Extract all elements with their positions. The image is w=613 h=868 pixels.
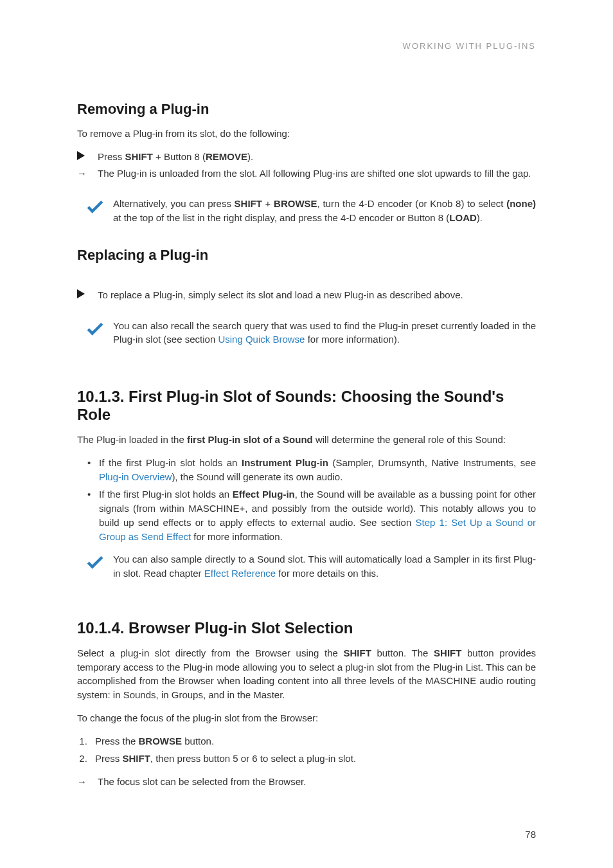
text: at the top of the list in the right disp…	[113, 212, 449, 223]
removing-result: The Plug-in is unloaded from the slot. A…	[98, 167, 536, 181]
text: ).	[247, 151, 253, 162]
text: , turn the 4-D encoder (or Knob 8) to se…	[317, 198, 507, 209]
kbd-shift: SHIFT	[343, 647, 371, 658]
role-tip: You can also sample directly to a Sound …	[113, 552, 536, 581]
text: If the first Plug-in slot holds an	[99, 457, 242, 468]
removing-tip: Alternatively, you can press SHIFT + BRO…	[113, 197, 536, 225]
replacing-tip: You can also recall the search query tha…	[113, 319, 536, 347]
text: ), the Sound will generate its own audio…	[172, 471, 342, 482]
kbd-shift: SHIFT	[434, 647, 461, 658]
text: (Sampler, Drumsynth, Native Instruments,…	[328, 457, 536, 468]
kbd-browse: BROWSE	[139, 736, 182, 746]
check-icon	[77, 552, 113, 569]
kbd-shift: SHIFT	[235, 198, 262, 209]
text: If the first Plug-in slot holds an	[99, 489, 233, 500]
link-quick-browse[interactable]: Using Quick Browse	[218, 334, 305, 345]
text: will determine the general role of this …	[313, 434, 506, 445]
heading-browser: 10.1.4. Browser Plug-in Slot Selection	[77, 619, 536, 637]
play-icon	[77, 288, 98, 298]
text: Press the	[95, 736, 139, 746]
text: Press	[98, 151, 125, 162]
arrow-right-icon: →	[77, 775, 98, 787]
link-plugin-overview[interactable]: Plug-in Overview	[99, 471, 172, 482]
kbd-remove: REMOVE	[206, 151, 247, 162]
step-row: To replace a Plug-in, simply select its …	[77, 288, 536, 302]
list-item: If the first Plug-in slot holds an Effec…	[90, 487, 536, 543]
result-row: → The Plug-in is unloaded from the slot.…	[77, 167, 536, 181]
kbd-load: LOAD	[449, 212, 477, 223]
text: for more information).	[305, 334, 400, 345]
svg-marker-1	[77, 289, 85, 298]
text-bold: first Plug-in slot of a Sound	[187, 434, 313, 445]
tip-callout: You can also sample directly to a Sound …	[77, 552, 536, 581]
tip-callout: Alternatively, you can press SHIFT + BRO…	[77, 197, 536, 225]
browser-result: The focus slot can be selected from the …	[98, 775, 536, 789]
text: + Button 8 (	[153, 151, 206, 162]
text-bold: Effect Plug-in	[233, 489, 295, 500]
result-row: → The focus slot can be selected from th…	[77, 775, 536, 789]
check-icon	[77, 197, 113, 213]
arrow-right-icon: →	[77, 167, 98, 179]
browser-steps: Press the BROWSE button. Press SHIFT, th…	[77, 734, 536, 766]
tip-callout: You can also recall the search query tha…	[77, 319, 536, 347]
step-row: Press SHIFT + Button 8 (REMOVE).	[77, 150, 536, 164]
text: button.	[182, 736, 214, 746]
role-bullets: If the first Plug-in slot holds an Instr…	[77, 456, 536, 544]
kbd-shift: SHIFT	[123, 753, 150, 764]
kbd-none: (none)	[506, 198, 536, 209]
link-effect-reference[interactable]: Effect Reference	[204, 568, 276, 579]
text: for more information.	[191, 531, 283, 542]
text: , then press button 5 or 6 to select a p…	[150, 753, 356, 764]
browser-p1: Select a plug-in slot directly from the …	[77, 646, 536, 702]
text: for more details on this.	[276, 568, 378, 579]
text: ).	[477, 212, 483, 223]
text: Select a plug-in slot directly from the …	[77, 647, 343, 658]
text: +	[262, 198, 274, 209]
list-item: Press SHIFT, then press button 5 or 6 to…	[90, 752, 536, 766]
text: The Plug-in loaded in the	[77, 434, 187, 445]
role-intro: The Plug-in loaded in the first Plug-in …	[77, 433, 536, 447]
page-number: 78	[525, 829, 536, 840]
text-bold: Instrument Plug-in	[242, 457, 328, 468]
removing-intro: To remove a Plug-in from its slot, do th…	[77, 127, 536, 141]
browser-p2: To change the focus of the plug-in slot …	[77, 711, 536, 725]
kbd-browse: BROWSE	[274, 198, 317, 209]
text: Press	[95, 753, 123, 764]
list-item: Press the BROWSE button.	[90, 734, 536, 748]
heading-removing: Removing a Plug-in	[77, 101, 536, 118]
svg-marker-0	[77, 151, 85, 160]
running-header: WORKING WITH PLUG-INS	[77, 41, 536, 51]
kbd-shift: SHIFT	[125, 151, 153, 162]
removing-step: Press SHIFT + Button 8 (REMOVE).	[98, 150, 536, 164]
replacing-step: To replace a Plug-in, simply select its …	[98, 288, 536, 302]
check-icon	[77, 319, 113, 336]
text: Alternatively, you can press	[113, 198, 235, 209]
play-icon	[77, 150, 98, 160]
heading-replacing: Replacing a Plug-in	[77, 247, 536, 264]
heading-role: 10.1.3. First Plug-in Slot of Sounds: Ch…	[77, 388, 536, 424]
list-item: If the first Plug-in slot holds an Instr…	[90, 456, 536, 484]
text: button. The	[371, 647, 434, 658]
